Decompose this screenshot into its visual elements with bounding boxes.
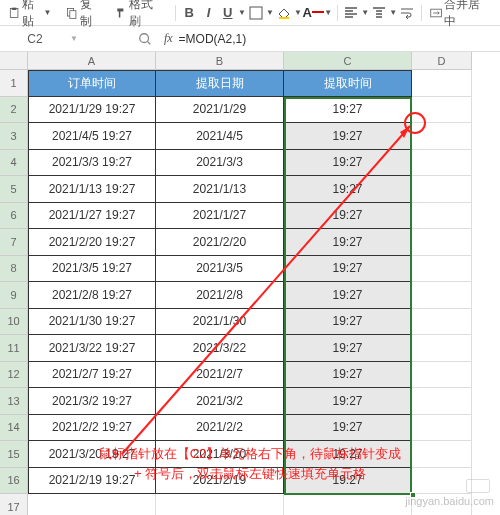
row-header[interactable]: 1 xyxy=(0,70,28,97)
col-header-b[interactable]: B xyxy=(156,52,284,70)
cell[interactable] xyxy=(412,229,472,256)
cell[interactable]: 19:27 xyxy=(284,150,412,177)
copy-button[interactable]: 复制 xyxy=(62,0,105,32)
formula-input[interactable] xyxy=(179,32,500,46)
cell[interactable] xyxy=(412,309,472,336)
cell[interactable]: 2021/3/5 19:27 xyxy=(28,256,156,283)
align-left-button[interactable] xyxy=(341,2,360,24)
paste-dropdown-icon[interactable]: ▼ xyxy=(43,2,52,24)
cell[interactable] xyxy=(412,362,472,389)
cell[interactable]: 19:27 xyxy=(284,441,412,468)
row-header[interactable]: 10 xyxy=(0,309,28,336)
cell[interactable]: 2021/1/13 xyxy=(156,176,284,203)
search-icon[interactable] xyxy=(138,32,152,46)
fill-dropdown-icon[interactable]: ▼ xyxy=(294,2,303,24)
cell[interactable] xyxy=(284,494,412,515)
cell[interactable]: 19:27 xyxy=(284,256,412,283)
font-color-button[interactable]: A xyxy=(302,2,323,24)
bold-button[interactable]: B xyxy=(180,2,199,24)
row-header[interactable]: 2 xyxy=(0,97,28,124)
cell[interactable]: 订单时间 xyxy=(28,70,156,97)
row-header[interactable]: 17 xyxy=(0,494,28,515)
row-header[interactable]: 5 xyxy=(0,176,28,203)
cell[interactable]: 2021/3/3 xyxy=(156,150,284,177)
col-header-d[interactable]: D xyxy=(412,52,472,70)
cell[interactable]: 2021/1/27 19:27 xyxy=(28,203,156,230)
cell[interactable]: 19:27 xyxy=(284,362,412,389)
cell[interactable]: 2021/2/20 19:27 xyxy=(28,229,156,256)
row-header[interactable]: 8 xyxy=(0,256,28,283)
row-header[interactable]: 7 xyxy=(0,229,28,256)
cell[interactable]: 提取日期 xyxy=(156,70,284,97)
cell-reference[interactable]: C2 xyxy=(0,32,70,46)
cell[interactable]: 2021/2/7 19:27 xyxy=(28,362,156,389)
cell[interactable]: 2021/1/29 xyxy=(156,97,284,124)
cell[interactable]: 2021/2/20 xyxy=(156,229,284,256)
cell[interactable] xyxy=(412,415,472,442)
cell[interactable]: 2021/3/5 xyxy=(156,256,284,283)
col-header-a[interactable]: A xyxy=(28,52,156,70)
cell[interactable]: 2021/2/19 19:27 xyxy=(28,468,156,495)
cell[interactable]: 2021/1/30 19:27 xyxy=(28,309,156,336)
align-top-button[interactable] xyxy=(370,2,389,24)
align-v-dropdown-icon[interactable]: ▼ xyxy=(389,2,398,24)
cell[interactable]: 19:27 xyxy=(284,229,412,256)
row-header[interactable]: 13 xyxy=(0,388,28,415)
cell[interactable]: 2021/3/22 19:27 xyxy=(28,335,156,362)
cell[interactable]: 2021/2/8 19:27 xyxy=(28,282,156,309)
cell[interactable]: 19:27 xyxy=(284,176,412,203)
merge-button[interactable]: 合并居中 xyxy=(426,0,490,32)
cellref-dropdown-icon[interactable]: ▼ xyxy=(70,34,78,43)
cell[interactable] xyxy=(412,468,472,495)
row-header[interactable]: 16 xyxy=(0,468,28,495)
cell[interactable]: 2021/1/13 19:27 xyxy=(28,176,156,203)
cell[interactable]: 2021/3/2 xyxy=(156,388,284,415)
cell[interactable]: 2021/1/27 xyxy=(156,203,284,230)
cell[interactable]: 19:27 xyxy=(284,335,412,362)
cell[interactable]: 19:27 xyxy=(284,123,412,150)
cell[interactable]: 2021/2/2 xyxy=(156,415,284,442)
cell[interactable] xyxy=(412,335,472,362)
cell[interactable] xyxy=(412,176,472,203)
cell[interactable] xyxy=(156,494,284,515)
cell[interactable] xyxy=(28,494,156,515)
row-header[interactable]: 6 xyxy=(0,203,28,230)
fx-icon[interactable]: fx xyxy=(164,31,173,46)
cell[interactable]: 2021/2/19 xyxy=(156,468,284,495)
cell[interactable]: 2021/4/5 19:27 xyxy=(28,123,156,150)
cell[interactable]: 2021/1/29 19:27 xyxy=(28,97,156,124)
cell[interactable]: 2021/3/20 19:27 xyxy=(28,441,156,468)
font-color-dropdown-icon[interactable]: ▼ xyxy=(324,2,333,24)
fill-color-button[interactable] xyxy=(274,2,293,24)
cell[interactable] xyxy=(412,203,472,230)
cell[interactable]: 19:27 xyxy=(284,203,412,230)
border-button[interactable] xyxy=(246,2,265,24)
cell[interactable]: 19:27 xyxy=(284,468,412,495)
underline-dropdown-icon[interactable]: ▼ xyxy=(237,2,246,24)
paste-button[interactable]: 粘贴 ▼ xyxy=(4,0,56,32)
cell[interactable]: 19:27 xyxy=(284,282,412,309)
row-header[interactable]: 9 xyxy=(0,282,28,309)
spreadsheet-grid[interactable]: A B C D 1订单时间提取日期提取时间22021/1/29 19:27202… xyxy=(0,52,500,515)
align-h-dropdown-icon[interactable]: ▼ xyxy=(361,2,370,24)
cell[interactable]: 2021/1/30 xyxy=(156,309,284,336)
cell[interactable] xyxy=(412,70,472,97)
cell[interactable]: 2021/3/3 19:27 xyxy=(28,150,156,177)
cell[interactable]: 2021/2/2 19:27 xyxy=(28,415,156,442)
row-header[interactable]: 14 xyxy=(0,415,28,442)
cell[interactable]: 2021/3/2 19:27 xyxy=(28,388,156,415)
border-dropdown-icon[interactable]: ▼ xyxy=(266,2,275,24)
cell[interactable]: 19:27 xyxy=(284,97,412,124)
row-header[interactable]: 12 xyxy=(0,362,28,389)
cell[interactable]: 19:27 xyxy=(284,388,412,415)
format-painter-button[interactable]: 格式刷 xyxy=(111,0,165,32)
underline-button[interactable]: U xyxy=(218,2,237,24)
cell[interactable] xyxy=(412,150,472,177)
cell[interactable]: 2021/4/5 xyxy=(156,123,284,150)
wrap-text-button[interactable] xyxy=(398,2,417,24)
row-header[interactable]: 15 xyxy=(0,441,28,468)
cell[interactable]: 2021/3/20 xyxy=(156,441,284,468)
cell[interactable]: 19:27 xyxy=(284,415,412,442)
select-all-corner[interactable] xyxy=(0,52,28,70)
cell[interactable]: 2021/2/8 xyxy=(156,282,284,309)
